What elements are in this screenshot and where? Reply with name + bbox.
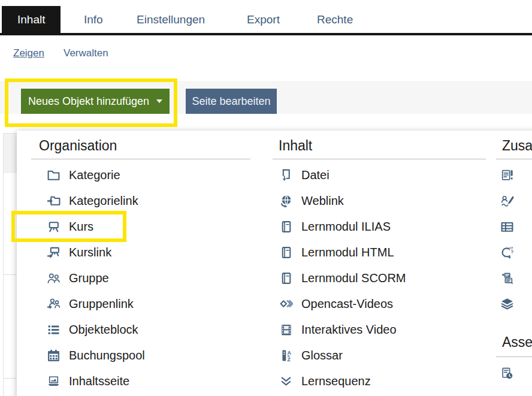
- menu-item-label: Lernmodul ILIAS: [301, 220, 391, 234]
- menu-item-label: Inhaltsseite: [69, 374, 129, 388]
- menu-item-label: Gruppe: [69, 271, 109, 285]
- add-object-dropdown: Organisation Kategorie Kategorielink Kur…: [17, 131, 532, 396]
- document-clock-icon: [500, 367, 514, 380]
- menu-item-clipped[interactable]: [500, 291, 514, 316]
- layers-stack-icon: [500, 297, 514, 311]
- background-divider: [4, 274, 17, 275]
- menu-item-inhaltsseite[interactable]: Inhaltsseite: [47, 368, 129, 394]
- tab-rechte[interactable]: Rechte: [317, 6, 353, 33]
- tab-bar-underline: [0, 33, 532, 35]
- tab-export[interactable]: Export: [247, 6, 280, 33]
- menu-item-label: Gruppenlink: [69, 297, 134, 311]
- background-panel-edge: [3, 133, 18, 396]
- document-exclamation-icon: [500, 168, 514, 182]
- menu-item-weblink[interactable]: Weblink: [279, 188, 344, 213]
- background-panel-header: [4, 134, 17, 173]
- group-title: Organisation: [39, 138, 117, 154]
- menu-item-kurslink[interactable]: Kurslink: [47, 240, 111, 265]
- cards-chat-icon: [500, 271, 514, 285]
- edit-page-button[interactable]: Seite bearbeiten: [186, 89, 277, 114]
- group-people-icon: [47, 271, 61, 285]
- course-link-icon: [47, 246, 61, 259]
- group-title: Inhalt: [279, 138, 312, 154]
- menu-item-label: Datei: [301, 168, 330, 182]
- menu-item-objekteblock[interactable]: Objekteblock: [47, 317, 138, 342]
- item-block-list-icon: [47, 323, 61, 337]
- speech-bubble-questions-icon: [500, 246, 514, 259]
- group-divider: [496, 159, 532, 159]
- menu-item-kurs[interactable]: Kurs: [47, 214, 93, 239]
- group-divider: [273, 159, 486, 159]
- menu-item-label: Kurs: [69, 220, 93, 234]
- menu-item-label: Kurslink: [69, 246, 111, 259]
- menu-item-label: Glossar: [301, 349, 343, 362]
- group-title: Assessment: [502, 334, 532, 350]
- add-new-object-label: Neues Objekt hinzufügen: [28, 95, 149, 108]
- menu-item-gruppe[interactable]: Gruppe: [47, 265, 109, 291]
- tab-info[interactable]: Info: [84, 6, 103, 33]
- menu-item-clipped[interactable]: [500, 361, 514, 386]
- menu-item-label: Opencast-Videos: [301, 297, 393, 311]
- menu-item-clipped[interactable]: [500, 188, 514, 213]
- menu-item-label: Interaktives Video: [301, 323, 397, 337]
- menu-item-label: Weblink: [301, 194, 344, 208]
- menu-item-lernsequenz[interactable]: Lernsequenz: [279, 368, 371, 394]
- menu-item-label: Objekteblock: [69, 323, 138, 337]
- menu-item-clipped[interactable]: [500, 214, 514, 239]
- menu-item-label: Lernmodul HTML: [301, 246, 394, 259]
- menu-item-clipped[interactable]: [500, 162, 514, 188]
- category-link-icon: [47, 194, 61, 208]
- menu-item-label: Kategorie: [69, 168, 120, 182]
- learning-sequence-chevrons-icon: [279, 374, 293, 388]
- menu-item-lernmodul-html[interactable]: Lernmodul HTML: [279, 240, 394, 265]
- category-folder-icon: [47, 168, 61, 182]
- menu-item-glossar[interactable]: Glossar: [279, 343, 343, 368]
- learning-module-book-icon: [279, 246, 293, 259]
- subtab-zeigen[interactable]: Zeigen: [13, 47, 44, 59]
- menu-group-zusammenarbeit: Zusammenarbeit Assessment: [496, 131, 532, 396]
- file-download-icon: [279, 168, 293, 182]
- menu-group-inhalt: Inhalt Datei Weblink Lernmodul ILIAS Ler…: [273, 131, 488, 396]
- learning-module-book-icon: [279, 271, 293, 285]
- menu-item-label: Buchungspool: [69, 349, 145, 362]
- menu-item-buchungspool[interactable]: Buchungspool: [47, 343, 145, 368]
- opencast-diamond-icon: [279, 297, 293, 311]
- add-new-object-button[interactable]: Neues Objekt hinzufügen: [21, 89, 170, 114]
- tab-einstellungen[interactable]: Einstellungen: [137, 6, 205, 33]
- menu-item-datei[interactable]: Datei: [279, 162, 330, 188]
- weblink-globe-icon: [279, 194, 293, 208]
- film-strip-icon: [279, 323, 293, 337]
- menu-group-organisation: Organisation Kategorie Kategorielink Kur…: [31, 131, 253, 396]
- tab-inhalt[interactable]: Inhalt: [2, 6, 61, 33]
- menu-item-kategorielink[interactable]: Kategorielink: [47, 188, 138, 213]
- dropdown-caret-icon: [156, 99, 162, 103]
- tab-bar: Inhalt Info Einstellungen Export Rechte: [0, 0, 532, 35]
- group-divider: [31, 159, 250, 159]
- menu-item-clipped[interactable]: [500, 240, 514, 265]
- subtab-verwalten[interactable]: Verwalten: [64, 47, 108, 59]
- person-signature-icon: [500, 194, 514, 208]
- menu-item-label: Kategorielink: [69, 194, 138, 208]
- edit-page-label: Seite bearbeiten: [192, 95, 270, 108]
- menu-item-kategorie[interactable]: Kategorie: [47, 162, 120, 188]
- content-page-laptop-icon: [47, 374, 61, 388]
- menu-item-lernmodul-scorm[interactable]: Lernmodul SCORM: [279, 265, 406, 291]
- menu-item-label: Lernmodul SCORM: [301, 271, 406, 285]
- scribble-link-icon: [500, 392, 514, 396]
- group-divider: [496, 356, 532, 357]
- group-title: Zusammenarbeit: [502, 138, 532, 154]
- background-divider: [4, 378, 17, 379]
- learning-module-book-icon: [279, 220, 293, 234]
- course-board-icon: [47, 220, 61, 234]
- menu-item-clipped[interactable]: [500, 265, 514, 291]
- menu-item-lernmodul-ilias[interactable]: Lernmodul ILIAS: [279, 214, 391, 239]
- booking-pool-calendar-icon: [47, 349, 61, 362]
- menu-item-clipped[interactable]: [500, 386, 514, 396]
- group-link-icon: [47, 297, 61, 311]
- ilias-repository-screen: A Z: [0, 0, 532, 396]
- menu-item-interaktives-video[interactable]: Interaktives Video: [279, 317, 397, 342]
- menu-item-label: Lernsequenz: [301, 374, 371, 388]
- data-table-icon: [500, 220, 514, 234]
- menu-item-gruppenlink[interactable]: Gruppenlink: [47, 291, 134, 316]
- menu-item-opencast-videos[interactable]: Opencast-Videos: [279, 291, 393, 316]
